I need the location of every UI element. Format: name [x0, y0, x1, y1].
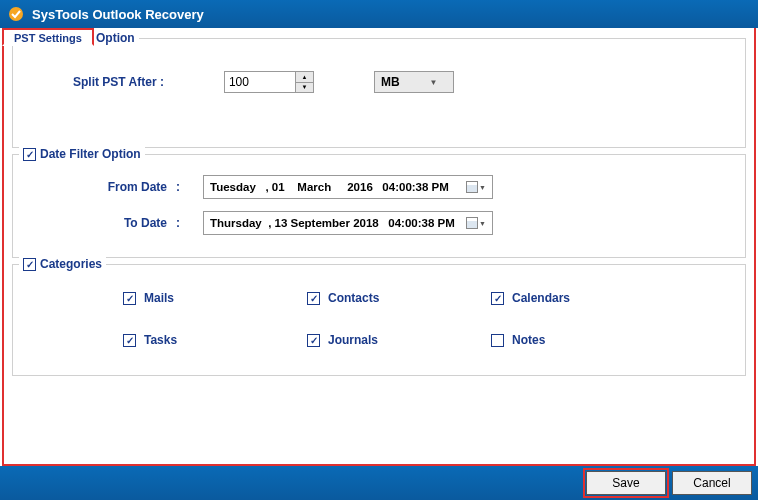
legend-datefilter: Date Filter Option — [40, 147, 141, 161]
window: SysTools Outlook Recovery PST Settings ✓… — [0, 0, 758, 500]
combo-unit-value: MB — [375, 75, 414, 89]
label-from-date: From Date: — [23, 180, 203, 194]
footer: Save Cancel — [0, 466, 758, 500]
cancel-button[interactable]: Cancel — [672, 471, 752, 495]
spinner-split-value[interactable]: ▲ ▼ — [224, 71, 314, 93]
category-journals[interactable]: ✓Journals — [307, 333, 491, 347]
svg-point-0 — [9, 7, 23, 21]
combo-split-unit[interactable]: MB ▼ — [374, 71, 454, 93]
checkbox-categories[interactable]: ✓ — [23, 258, 36, 271]
content-area: ✓ PST Split Option Split PST After : ▲ ▼… — [2, 28, 756, 466]
datepicker-to[interactable]: Thursday , 13 September 2018 04:00:38 PM… — [203, 211, 493, 235]
label-split-after: Split PST After : — [73, 75, 164, 89]
category-mails[interactable]: ✓Mails — [123, 291, 307, 305]
group-split-option: ✓ PST Split Option Split PST After : ▲ ▼… — [12, 38, 746, 148]
group-date-filter: ✓ Date Filter Option From Date: Tuesday … — [12, 154, 746, 258]
legend-categories: Categories — [40, 257, 102, 271]
window-title: SysTools Outlook Recovery — [32, 7, 204, 22]
from-date-value: Tuesday , 01 March 2016 04:00:38 PM — [210, 181, 466, 193]
spinner-down-icon[interactable]: ▼ — [296, 83, 313, 93]
spinner-up-icon[interactable]: ▲ — [296, 72, 313, 83]
save-button[interactable]: Save — [586, 471, 666, 495]
category-tasks[interactable]: ✓Tasks — [123, 333, 307, 347]
calendar-icon[interactable]: ▼ — [466, 217, 486, 229]
calendar-icon[interactable]: ▼ — [466, 181, 486, 193]
datepicker-from[interactable]: Tuesday , 01 March 2016 04:00:38 PM ▼ — [203, 175, 493, 199]
label-to-date: To Date: — [23, 216, 203, 230]
tab-pst-settings[interactable]: PST Settings — [2, 28, 94, 46]
checkbox-date-filter[interactable]: ✓ — [23, 148, 36, 161]
category-notes[interactable]: Notes — [491, 333, 675, 347]
input-split-value[interactable] — [225, 72, 295, 92]
category-calendars[interactable]: ✓Calendars — [491, 291, 675, 305]
titlebar: SysTools Outlook Recovery — [0, 0, 758, 28]
category-contacts[interactable]: ✓Contacts — [307, 291, 491, 305]
group-categories: ✓ Categories ✓Mails ✓Contacts ✓Calendars… — [12, 264, 746, 376]
app-logo-icon — [8, 6, 24, 22]
chevron-down-icon: ▼ — [414, 78, 453, 87]
to-date-value: Thursday , 13 September 2018 04:00:38 PM — [210, 217, 466, 229]
